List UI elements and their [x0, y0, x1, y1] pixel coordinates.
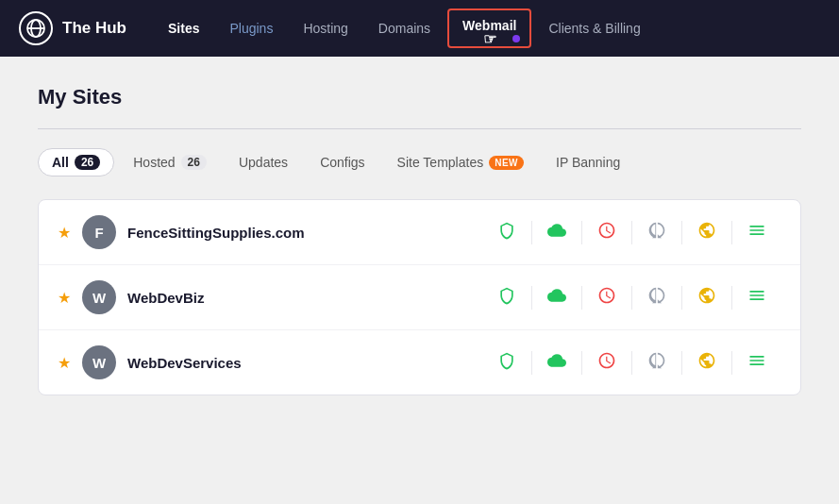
icon-group-seo [682, 351, 732, 375]
main-content: My Sites All 26 Hosted 26 Updates Config… [0, 57, 839, 424]
uptime-icon[interactable] [597, 286, 616, 310]
icon-group-hosting [532, 286, 582, 310]
performance-icon[interactable] [647, 351, 666, 375]
star-icon[interactable]: ★ [58, 224, 71, 242]
star-icon[interactable]: ★ [58, 289, 71, 307]
logo-icon [19, 11, 53, 45]
star-icon[interactable]: ★ [58, 354, 71, 372]
icon-group-performance [632, 351, 682, 375]
table-row: ★ F FenceSittingSupplies.com [39, 200, 800, 265]
avatar: W [82, 280, 116, 314]
performance-icon[interactable] [647, 221, 666, 244]
tab-hosted-count: 26 [181, 155, 207, 170]
site-name[interactable]: WebDevServices [127, 355, 471, 371]
nav-item-clients-billing[interactable]: Clients & Billing [535, 13, 653, 43]
tab-updates[interactable]: Updates [226, 149, 301, 176]
nav-item-domains[interactable]: Domains [365, 13, 444, 43]
tab-configs[interactable]: Configs [307, 149, 378, 176]
filter-tabs: All 26 Hosted 26 Updates Configs Site Te… [38, 148, 801, 176]
cursor-icon: ☞ [483, 30, 496, 48]
icon-group-manage [732, 351, 781, 375]
icon-group-security [482, 286, 532, 310]
shield-icon[interactable] [497, 286, 516, 310]
icon-group-security [482, 221, 532, 244]
tab-ip-banning-label: IP Banning [556, 155, 620, 170]
page-title: My Sites [38, 85, 801, 109]
site-action-icons [482, 351, 781, 375]
tab-site-templates[interactable]: Site Templates NEW [384, 149, 537, 176]
icon-group-manage [732, 286, 781, 310]
seo-icon[interactable] [697, 351, 716, 375]
icon-group-performance [632, 221, 682, 244]
icon-group-performance [632, 286, 682, 310]
tab-hosted-label: Hosted [133, 155, 175, 170]
cloud-icon[interactable] [547, 221, 566, 244]
nav-item-webmail[interactable]: Webmail ☞ [447, 8, 531, 48]
logo-text: The Hub [62, 19, 126, 38]
icon-group-manage [732, 221, 781, 244]
main-header: The Hub Sites Plugins Hosting Domains We… [0, 0, 839, 57]
uptime-icon[interactable] [597, 351, 616, 375]
shield-icon[interactable] [497, 221, 516, 244]
performance-icon[interactable] [647, 286, 666, 310]
sites-list: ★ F FenceSittingSupplies.com [38, 199, 801, 395]
main-nav: Sites Plugins Hosting Domains Webmail ☞ … [155, 8, 820, 48]
nav-item-hosting[interactable]: Hosting [290, 13, 361, 43]
uptime-icon[interactable] [597, 221, 616, 244]
icon-group-seo [682, 221, 732, 244]
tab-configs-label: Configs [320, 155, 364, 170]
notification-dot [512, 35, 520, 42]
tab-all[interactable]: All 26 [38, 148, 114, 176]
divider [38, 128, 801, 129]
manage-icon[interactable] [747, 221, 766, 244]
shield-icon[interactable] [497, 351, 516, 375]
table-row: ★ W WebDevServices [39, 330, 800, 395]
tab-site-templates-label: Site Templates [397, 155, 484, 170]
avatar: F [82, 215, 116, 249]
seo-icon[interactable] [697, 221, 716, 244]
icon-group-seo [682, 286, 732, 310]
new-badge: NEW [489, 156, 524, 170]
icon-group-hosting [532, 351, 582, 375]
site-name[interactable]: FenceSittingSupplies.com [127, 225, 471, 241]
logo-area[interactable]: The Hub [19, 11, 126, 45]
icon-group-uptime [582, 351, 632, 375]
nav-item-plugins[interactable]: Plugins [216, 13, 286, 43]
manage-icon[interactable] [747, 286, 766, 310]
icon-group-uptime [582, 221, 632, 244]
site-action-icons [482, 221, 781, 244]
icon-group-security [482, 351, 532, 375]
icon-group-hosting [532, 221, 582, 244]
seo-icon[interactable] [697, 286, 716, 310]
manage-icon[interactable] [747, 351, 766, 375]
icon-group-uptime [582, 286, 632, 310]
tab-ip-banning[interactable]: IP Banning [543, 149, 633, 176]
tab-all-count: 26 [75, 155, 100, 170]
table-row: ★ W WebDevBiz [39, 265, 800, 330]
site-name[interactable]: WebDevBiz [127, 290, 471, 306]
tab-all-label: All [52, 155, 69, 170]
avatar: W [82, 345, 116, 379]
tab-hosted[interactable]: Hosted 26 [120, 149, 220, 176]
cloud-icon[interactable] [547, 286, 566, 310]
site-action-icons [482, 286, 781, 310]
nav-item-sites[interactable]: Sites [155, 13, 212, 43]
tab-updates-label: Updates [239, 155, 288, 170]
cloud-icon[interactable] [547, 351, 566, 375]
